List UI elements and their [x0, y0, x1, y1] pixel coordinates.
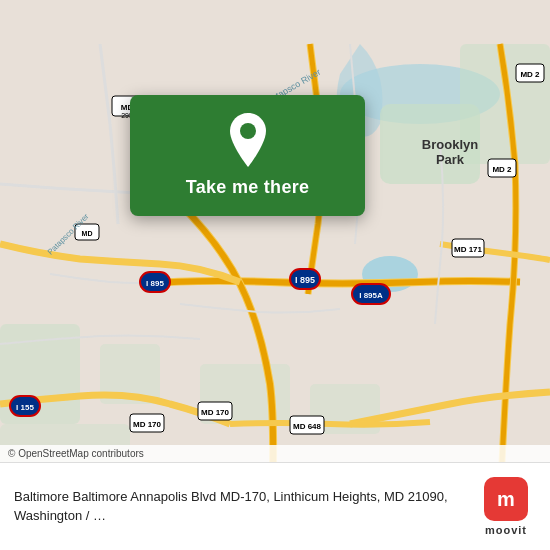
svg-text:MD 2: MD 2: [492, 165, 512, 174]
cta-card[interactable]: Take me there: [130, 95, 365, 216]
svg-text:Brooklyn: Brooklyn: [422, 137, 478, 152]
attribution-text: © OpenStreetMap contributors: [8, 448, 144, 459]
svg-text:Park: Park: [436, 152, 465, 167]
svg-text:MD 648: MD 648: [293, 422, 322, 431]
svg-text:MD 171: MD 171: [454, 245, 483, 254]
svg-point-41: [240, 123, 256, 139]
svg-text:I 895: I 895: [295, 275, 315, 285]
location-pin-icon: [224, 113, 272, 167]
svg-text:I 895: I 895: [146, 279, 164, 288]
cta-button-label: Take me there: [186, 177, 310, 198]
moovit-logo[interactable]: m moovit: [476, 477, 536, 536]
svg-text:I 895A: I 895A: [359, 291, 383, 300]
svg-text:I 155: I 155: [16, 403, 34, 412]
moovit-icon: m: [484, 477, 528, 521]
attribution-bar: © OpenStreetMap contributors: [0, 445, 550, 462]
svg-text:MD: MD: [82, 230, 93, 237]
location-description: Baltimore Baltimore Annapolis Blvd MD-17…: [14, 488, 476, 524]
svg-text:MD 170: MD 170: [133, 420, 162, 429]
info-bar: Baltimore Baltimore Annapolis Blvd MD-17…: [0, 462, 550, 550]
svg-text:MD 2: MD 2: [520, 70, 540, 79]
moovit-label: moovit: [485, 524, 527, 536]
svg-text:MD 170: MD 170: [201, 408, 230, 417]
map-container[interactable]: MD 295 I 895 MD 170 MD 170 MD 170 I 895A…: [0, 0, 550, 550]
svg-text:m: m: [497, 488, 515, 510]
